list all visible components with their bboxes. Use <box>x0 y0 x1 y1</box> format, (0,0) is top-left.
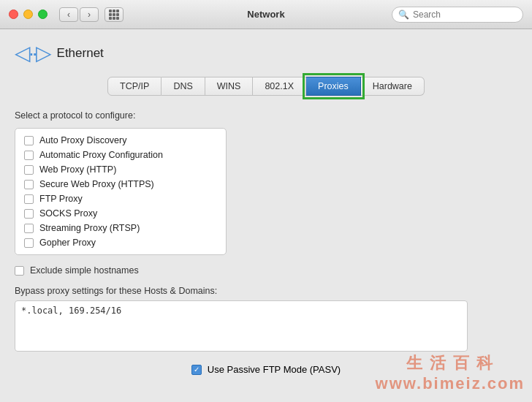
list-item[interactable]: Gopher Proxy <box>15 235 226 250</box>
tab-hardware[interactable]: Hardware <box>361 77 425 96</box>
protocol-label: Gopher Proxy <box>39 238 96 248</box>
tab-tcpip[interactable]: TCP/IP <box>107 77 162 96</box>
ftp-proxy-checkbox[interactable] <box>24 194 34 204</box>
nav-buttons: ‹ › <box>59 7 99 22</box>
search-icon: 🔍 <box>398 10 409 20</box>
socks-proxy-checkbox[interactable] <box>24 209 34 219</box>
tab-8021x[interactable]: 802.1X <box>253 77 306 96</box>
passive-ftp-label: Use Passive FTP Mode (PASV) <box>208 364 341 375</box>
list-item[interactable]: SOCKS Proxy <box>15 206 226 221</box>
list-item[interactable]: Automatic Proxy Configuration <box>15 148 226 162</box>
protocol-section-label: Select a protocol to configure: <box>15 110 517 121</box>
forward-button[interactable]: › <box>80 7 99 22</box>
protocol-label: Auto Proxy Discovery <box>39 135 126 145</box>
maximize-button[interactable] <box>38 10 48 19</box>
back-button[interactable]: ‹ <box>59 7 78 22</box>
protocol-label: FTP Proxy <box>39 194 83 204</box>
main-content: ◁··▷ Ethernet TCP/IP DNS WINS 802.1X Pro… <box>0 29 532 387</box>
grid-button[interactable] <box>104 7 123 22</box>
protocol-label: Web Proxy (HTTP) <box>39 164 116 175</box>
close-button[interactable] <box>9 10 18 19</box>
titlebar: ‹ › Network 🔍 <box>0 0 532 29</box>
protocol-label: Streaming Proxy (RTSP) <box>39 223 140 233</box>
secure-web-proxy-checkbox[interactable] <box>24 180 34 189</box>
tab-wins[interactable]: WINS <box>205 77 254 96</box>
grid-icon <box>109 10 119 20</box>
list-item[interactable]: FTP Proxy <box>15 191 226 206</box>
passive-ftp-row: ✓ Use Passive FTP Mode (PASV) <box>15 364 517 375</box>
list-item[interactable]: Web Proxy (HTTP) <box>15 162 226 177</box>
bypass-label: Bypass proxy settings for these Hosts & … <box>15 286 517 296</box>
protocol-list: Auto Proxy Discovery Automatic Proxy Con… <box>15 128 227 255</box>
forward-icon: › <box>88 10 91 20</box>
search-input[interactable] <box>413 10 517 20</box>
protocol-label: Automatic Proxy Configuration <box>39 150 163 160</box>
auto-proxy-discovery-checkbox[interactable] <box>24 136 34 145</box>
list-item[interactable]: Auto Proxy Discovery <box>15 133 226 148</box>
traffic-lights <box>9 10 48 19</box>
list-item[interactable]: Secure Web Proxy (HTTPS) <box>15 177 226 191</box>
exclude-hostnames-checkbox[interactable] <box>15 266 24 276</box>
tab-proxies[interactable]: Proxies <box>306 77 361 96</box>
ethernet-header: ◁··▷ Ethernet <box>15 41 517 65</box>
back-icon: ‹ <box>67 10 70 20</box>
bypass-textarea[interactable]: *.local, 169.254/16 <box>15 300 468 352</box>
search-box[interactable]: 🔍 <box>392 7 523 23</box>
exclude-hostnames-row: Exclude simple hostnames <box>15 265 517 276</box>
ethernet-icon: ◁··▷ <box>15 41 50 65</box>
streaming-proxy-checkbox[interactable] <box>24 224 34 233</box>
ethernet-label: Ethernet <box>57 46 104 61</box>
ethernet-arrows-icon: ◁··▷ <box>15 41 50 65</box>
protocol-label: SOCKS Proxy <box>39 208 97 219</box>
exclude-hostnames-label: Exclude simple hostnames <box>30 265 139 276</box>
list-item[interactable]: Streaming Proxy (RTSP) <box>15 221 226 235</box>
protocol-label: Secure Web Proxy (HTTPS) <box>39 179 154 189</box>
window-title: Network <box>247 9 284 20</box>
tab-dns[interactable]: DNS <box>162 77 205 96</box>
automatic-proxy-config-checkbox[interactable] <box>24 151 34 160</box>
tabs-container: TCP/IP DNS WINS 802.1X Proxies Hardware <box>15 77 517 96</box>
web-proxy-http-checkbox[interactable] <box>24 165 34 175</box>
passive-ftp-checkbox[interactable]: ✓ <box>191 365 202 375</box>
minimize-button[interactable] <box>23 10 33 19</box>
gopher-proxy-checkbox[interactable] <box>24 238 34 248</box>
